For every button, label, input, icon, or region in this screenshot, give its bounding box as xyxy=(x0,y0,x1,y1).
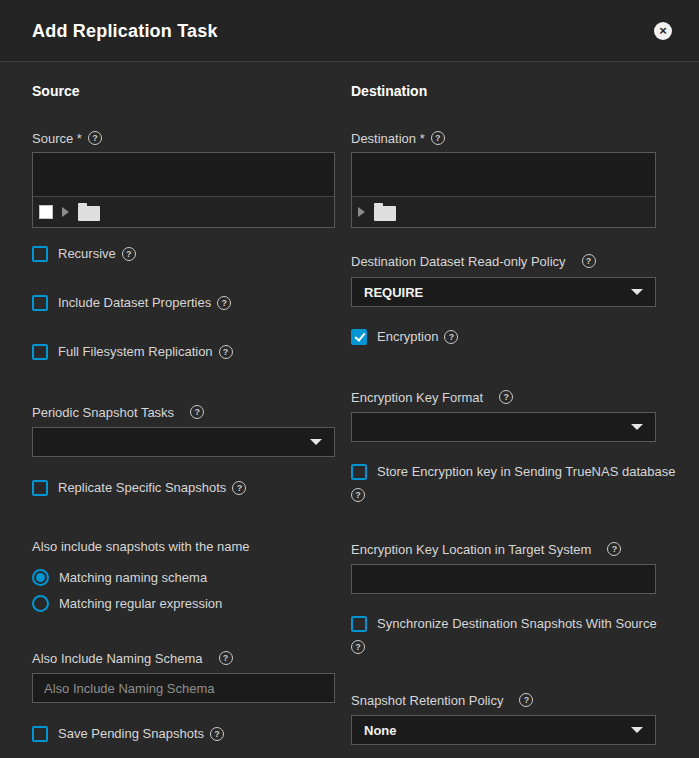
help-icon[interactable]: ? xyxy=(190,405,204,419)
include-dataset-properties-checkbox[interactable] xyxy=(32,295,48,311)
include-dataset-properties-row: Include Dataset Properties ? xyxy=(32,294,335,311)
save-pending-snapshots-row: Save Pending Snapshots ? xyxy=(32,725,335,742)
destination-column: Destination Destination * ? Destination … xyxy=(351,62,656,745)
matching-regular-expression-label: Matching regular expression xyxy=(59,596,222,611)
help-icon[interactable]: ? xyxy=(431,131,445,145)
help-icon[interactable]: ? xyxy=(232,481,246,495)
help-icon[interactable]: ? xyxy=(607,542,621,556)
tree-expand-icon[interactable] xyxy=(62,207,69,217)
encryption-key-format-label: Encryption Key Format xyxy=(351,390,483,405)
encryption-row: Encryption ? xyxy=(351,328,656,345)
help-icon[interactable]: ? xyxy=(351,488,365,502)
help-icon[interactable]: ? xyxy=(444,330,458,344)
source-input[interactable] xyxy=(33,153,334,196)
matching-naming-schema-row: Matching naming schema xyxy=(32,568,335,586)
save-pending-snapshots-checkbox[interactable] xyxy=(32,726,48,742)
synchronize-snapshots-label: Synchronize Destination Snapshots With S… xyxy=(377,616,657,631)
help-icon[interactable]: ? xyxy=(88,131,102,145)
close-button[interactable]: × xyxy=(654,22,672,40)
periodic-snapshot-tasks-select[interactable] xyxy=(32,427,335,457)
snapshot-retention-policy-label-row: Snapshot Retention Policy ? xyxy=(351,692,656,708)
snapshot-retention-policy-value: None xyxy=(364,723,397,738)
synchronize-snapshots-help-row: ? xyxy=(351,640,656,654)
source-tree-row[interactable] xyxy=(33,196,334,227)
include-dataset-properties-label: Include Dataset Properties xyxy=(58,295,211,310)
dialog-header: Add Replication Task × xyxy=(0,0,699,62)
matching-naming-schema-label: Matching naming schema xyxy=(59,570,207,585)
dropdown-arrow-icon xyxy=(631,727,643,733)
recursive-label: Recursive xyxy=(58,246,116,261)
also-include-snapshots-label: Also include snapshots with the name xyxy=(32,538,335,554)
also-include-naming-schema-label: Also Include Naming Schema xyxy=(32,651,203,666)
dialog-title: Add Replication Task xyxy=(32,21,218,42)
encryption-key-format-label-row: Encryption Key Format ? xyxy=(351,389,656,405)
full-filesystem-replication-checkbox[interactable] xyxy=(32,344,48,360)
encryption-key-location-label: Encryption Key Location in Target System xyxy=(351,542,591,557)
readonly-policy-label: Destination Dataset Read-only Policy xyxy=(351,254,566,269)
also-include-naming-schema-label-row: Also Include Naming Schema ? xyxy=(32,650,335,666)
store-encryption-key-help-row: ? xyxy=(351,488,656,502)
dropdown-arrow-icon xyxy=(631,424,643,430)
source-tree-box xyxy=(32,152,335,228)
help-icon[interactable]: ? xyxy=(217,296,231,310)
source-section-title: Source xyxy=(32,83,335,99)
source-field-label-row: Source * ? xyxy=(32,130,335,146)
recursive-checkbox[interactable] xyxy=(32,246,48,262)
folder-icon xyxy=(374,206,396,221)
help-icon[interactable]: ? xyxy=(219,345,233,359)
readonly-policy-label-row: Destination Dataset Read-only Policy ? xyxy=(351,253,656,269)
help-icon[interactable]: ? xyxy=(351,640,365,654)
full-filesystem-replication-label: Full Filesystem Replication xyxy=(58,344,213,359)
destination-label: Destination * xyxy=(351,131,425,146)
full-filesystem-replication-row: Full Filesystem Replication ? xyxy=(32,343,335,360)
encryption-label: Encryption xyxy=(377,329,438,344)
close-icon: × xyxy=(659,24,667,37)
matching-naming-schema-radio[interactable] xyxy=(32,569,49,586)
destination-section-title: Destination xyxy=(351,83,656,99)
store-encryption-key-checkbox[interactable] xyxy=(351,464,367,480)
destination-input[interactable] xyxy=(352,153,655,196)
help-icon[interactable]: ? xyxy=(122,247,136,261)
destination-field-label-row: Destination * ? xyxy=(351,130,656,146)
destination-tree-box xyxy=(351,152,656,228)
synchronize-snapshots-checkbox[interactable] xyxy=(351,616,367,632)
save-pending-snapshots-label: Save Pending Snapshots xyxy=(58,726,204,741)
also-include-naming-schema-input[interactable] xyxy=(32,673,335,703)
encryption-key-location-input[interactable] xyxy=(351,564,656,594)
readonly-policy-select[interactable]: REQUIRE xyxy=(351,277,656,307)
help-icon[interactable]: ? xyxy=(519,693,533,707)
help-icon[interactable]: ? xyxy=(210,727,224,741)
matching-regular-expression-radio[interactable] xyxy=(32,595,49,612)
source-column: Source Source * ? Recursive ? Include Da… xyxy=(32,62,335,742)
encryption-key-format-select[interactable] xyxy=(351,412,656,442)
periodic-snapshot-tasks-label: Periodic Snapshot Tasks xyxy=(32,405,174,420)
encryption-key-location-label-row: Encryption Key Location in Target System… xyxy=(351,541,656,557)
encryption-checkbox[interactable] xyxy=(351,329,367,345)
readonly-policy-value: REQUIRE xyxy=(364,285,423,300)
store-encryption-key-label: Store Encryption key in Sending TrueNAS … xyxy=(377,464,675,479)
recursive-row: Recursive ? xyxy=(32,245,335,262)
help-icon[interactable]: ? xyxy=(219,651,233,665)
replicate-specific-snapshots-row: Replicate Specific Snapshots ? xyxy=(32,479,335,496)
destination-tree-row[interactable] xyxy=(352,196,655,227)
source-label: Source * xyxy=(32,131,82,146)
folder-icon xyxy=(78,206,100,221)
help-icon[interactable]: ? xyxy=(499,390,513,404)
help-icon[interactable]: ? xyxy=(582,254,596,268)
tree-expand-icon[interactable] xyxy=(358,207,365,217)
dropdown-arrow-icon xyxy=(631,289,643,295)
matching-regular-expression-row: Matching regular expression xyxy=(32,594,335,612)
snapshot-retention-policy-label: Snapshot Retention Policy xyxy=(351,693,503,708)
dropdown-arrow-icon xyxy=(310,439,322,445)
replicate-specific-snapshots-checkbox[interactable] xyxy=(32,480,48,496)
replicate-specific-snapshots-label: Replicate Specific Snapshots xyxy=(58,480,226,495)
snapshot-retention-policy-select[interactable]: None xyxy=(351,715,656,745)
synchronize-snapshots-row: Synchronize Destination Snapshots With S… xyxy=(351,615,656,632)
periodic-snapshot-tasks-label-row: Periodic Snapshot Tasks ? xyxy=(32,404,335,420)
store-encryption-key-row: Store Encryption key in Sending TrueNAS … xyxy=(351,463,656,480)
tree-checkbox[interactable] xyxy=(39,205,53,219)
